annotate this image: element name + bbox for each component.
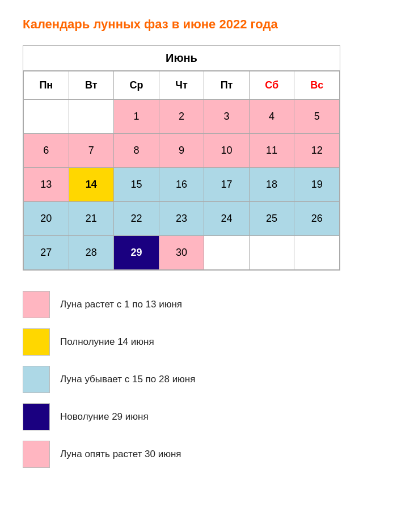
calendar-cell (249, 236, 294, 270)
month-header: Июнь (23, 46, 340, 71)
weekday-header-вс: Вс (294, 71, 340, 100)
calendar-cell: 10 (204, 134, 250, 168)
calendar-cell: 2 (159, 100, 204, 134)
calendar-row-4: 27282930 (24, 236, 340, 270)
calendar-cell: 15 (114, 168, 159, 202)
calendar-cell: 22 (114, 202, 159, 236)
calendar-cell: 3 (204, 100, 250, 134)
calendar-cell: 6 (24, 134, 69, 168)
legend-text-1: Полнолуние 14 июня (60, 336, 154, 348)
calendar-cell: 24 (204, 202, 250, 236)
legend-color-box-0 (23, 291, 50, 318)
legend-color-box-3 (23, 403, 50, 430)
calendar-cell (294, 236, 340, 270)
legend-text-0: Луна растет с 1 по 13 июня (60, 299, 182, 310)
weekday-header-row: ПнВтСрЧтПтСбВс (24, 71, 340, 100)
legend-color-box-4 (23, 441, 50, 468)
legend-text-2: Луна убывает с 15 по 28 июня (60, 374, 195, 385)
calendar-row-2: 13141516171819 (24, 168, 340, 202)
legend-section: Луна растет с 1 по 13 июняПолнолуние 14 … (23, 291, 374, 468)
legend-item-4: Луна опять растет 30 июня (23, 441, 374, 468)
calendar-cell: 23 (159, 202, 204, 236)
calendar-cell: 8 (114, 134, 159, 168)
calendar-cell: 19 (294, 168, 340, 202)
calendar-cell: 27 (24, 236, 69, 270)
calendar-cell: 29 (114, 236, 159, 270)
calendar-table: ПнВтСрЧтПтСбВс 1234567891011121314151617… (23, 71, 340, 270)
legend-item-0: Луна растет с 1 по 13 июня (23, 291, 374, 318)
calendar-cell: 17 (204, 168, 250, 202)
calendar-row-0: 12345 (24, 100, 340, 134)
calendar-cell: 28 (69, 236, 114, 270)
weekday-header-пн: Пн (24, 71, 69, 100)
legend-text-3: Новолуние 29 июня (60, 411, 149, 423)
calendar-cell (24, 100, 69, 134)
page-title: Календарь лунных фаз в июне 2022 года (23, 17, 374, 32)
calendar-cell (204, 236, 250, 270)
calendar-cell: 21 (69, 202, 114, 236)
calendar-row-3: 20212223242526 (24, 202, 340, 236)
calendar-cell: 20 (24, 202, 69, 236)
legend-color-box-2 (23, 366, 50, 393)
calendar-cell: 18 (249, 168, 294, 202)
legend-item-3: Новолуние 29 июня (23, 403, 374, 430)
calendar-cell (69, 100, 114, 134)
calendar-cell: 26 (294, 202, 340, 236)
calendar-cell: 5 (294, 100, 340, 134)
calendar-cell: 1 (114, 100, 159, 134)
calendar-cell: 30 (159, 236, 204, 270)
calendar-row-1: 6789101112 (24, 134, 340, 168)
calendar-cell: 13 (24, 168, 69, 202)
weekday-header-пт: Пт (204, 71, 250, 100)
calendar-cell: 9 (159, 134, 204, 168)
weekday-header-чт: Чт (159, 71, 204, 100)
weekday-header-вт: Вт (69, 71, 114, 100)
calendar-cell: 7 (69, 134, 114, 168)
legend-text-4: Луна опять растет 30 июня (60, 449, 181, 460)
legend-item-1: Полнолуние 14 июня (23, 328, 374, 356)
calendar-cell: 25 (249, 202, 294, 236)
calendar-cell: 4 (249, 100, 294, 134)
weekday-header-ср: Ср (114, 71, 159, 100)
calendar: Июнь ПнВтСрЧтПтСбВс 12345678910111213141… (23, 45, 340, 271)
weekday-header-сб: Сб (249, 71, 294, 100)
calendar-cell: 12 (294, 134, 340, 168)
calendar-cell: 16 (159, 168, 204, 202)
calendar-cell: 14 (69, 168, 114, 202)
calendar-cell: 11 (249, 134, 294, 168)
legend-item-2: Луна убывает с 15 по 28 июня (23, 366, 374, 393)
legend-color-box-1 (23, 328, 50, 356)
